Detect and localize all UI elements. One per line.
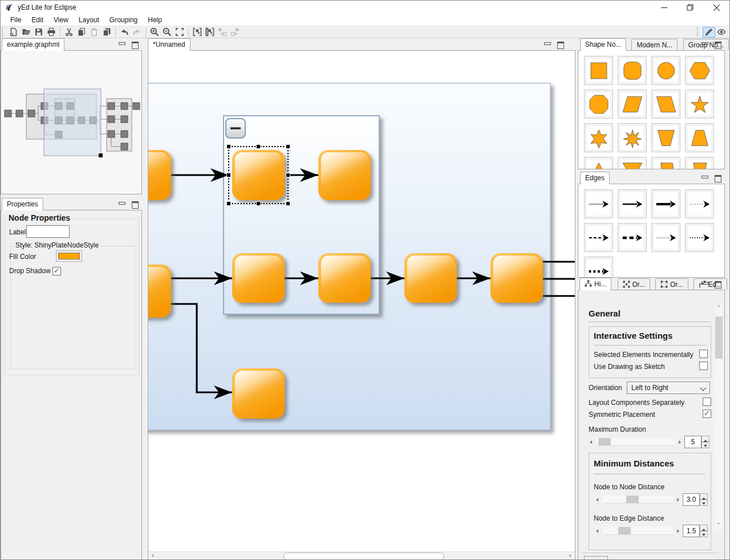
open-button[interactable]	[20, 27, 33, 38]
fit-content-button[interactable]	[173, 27, 186, 38]
redo-button[interactable]	[131, 27, 143, 38]
pencil-mode-button[interactable]	[703, 27, 715, 38]
slider-thumb[interactable]	[598, 438, 611, 445]
spin-up-icon[interactable]	[700, 525, 708, 531]
palette-shape-star-8[interactable]	[618, 123, 647, 152]
palette-shape-round-rectangle[interactable]	[618, 56, 647, 85]
maximize-panel-icon[interactable]	[713, 41, 723, 48]
spin-up-icon[interactable]	[700, 493, 708, 500]
palette-shape-sheared-rectangle-2[interactable]	[685, 157, 714, 169]
spin-up-icon[interactable]	[701, 436, 709, 442]
restore-window-button[interactable]	[677, 1, 703, 14]
paste-button[interactable]	[88, 27, 100, 38]
edge-style-medium-black[interactable]	[618, 189, 647, 218]
maximize-panel-icon[interactable]	[131, 41, 140, 48]
slider-left-icon[interactable]: ‹	[596, 496, 599, 504]
scroll-up-icon[interactable]: ˆ	[715, 305, 723, 313]
maximize-panel-icon[interactable]	[713, 175, 723, 182]
cut-button[interactable]	[63, 27, 75, 38]
palette-shape-trapezoid-2[interactable]	[685, 123, 714, 152]
symmetric-placement-checkbox[interactable]	[703, 409, 711, 418]
edge-style-thick-dashed-black[interactable]	[618, 223, 647, 252]
minimize-panel-icon[interactable]	[700, 41, 709, 48]
duplicate-button[interactable]	[100, 27, 113, 38]
tab-layout-organic[interactable]: Or...	[618, 278, 651, 290]
selected-elements-incrementally-checkbox[interactable]	[699, 350, 708, 358]
edge-style-dotted-gray[interactable]	[685, 189, 714, 218]
spin-down-icon[interactable]	[700, 531, 708, 537]
zoom-out-button[interactable]	[161, 27, 173, 38]
minimap-viewport-handle[interactable]	[99, 153, 103, 157]
node-to-edge-distance-spinner[interactable]	[700, 525, 708, 537]
menu-file[interactable]: File	[5, 14, 26, 26]
tab-unnamed-document[interactable]: *Unnamed	[148, 38, 190, 51]
print-button[interactable]	[45, 27, 58, 38]
selection-handle[interactable]	[286, 173, 290, 177]
graph-node[interactable]	[490, 253, 543, 303]
slider-thumb[interactable]	[626, 496, 639, 503]
panel-vertical-scrollbar[interactable]: ˆ ˇ	[715, 305, 723, 530]
menu-layout[interactable]: Layout	[74, 14, 104, 26]
node-to-node-distance-spinner[interactable]	[700, 493, 708, 506]
scroll-right-icon[interactable]: ›	[566, 552, 574, 560]
scrollbar-thumb[interactable]	[715, 316, 723, 359]
zoom-in-button[interactable]	[148, 27, 161, 38]
tab-example-graphml[interactable]: example.graphml	[2, 38, 64, 51]
selection-handle[interactable]	[286, 202, 290, 206]
edge-style-thick-black[interactable]	[651, 189, 680, 218]
save-button[interactable]	[33, 27, 45, 38]
eye-mode-button[interactable]	[715, 27, 728, 38]
selection-handle[interactable]	[257, 202, 261, 206]
palette-shape-star-6[interactable]	[584, 123, 613, 152]
selection-handle[interactable]	[227, 173, 231, 177]
palette-shape-hexagon[interactable]	[685, 56, 714, 85]
slider-left-icon[interactable]: ‹	[590, 438, 593, 446]
orientation-dropdown[interactable]: Left to Right	[627, 382, 710, 394]
minimize-panel-icon[interactable]	[117, 41, 127, 48]
overview-minimap[interactable]	[1, 50, 142, 194]
tab-layout-hierarchic[interactable]: Hi...	[579, 278, 611, 290]
node-to-edge-distance-value[interactable]: 1.5	[683, 525, 700, 537]
minimize-panel-icon[interactable]	[117, 201, 127, 208]
edge-style-thin-light[interactable]	[651, 223, 680, 252]
slider-right-icon[interactable]: ›	[676, 496, 679, 504]
selection-handle[interactable]	[257, 145, 261, 149]
scroll-left-icon[interactable]: ‹	[149, 552, 157, 560]
palette-shape-ellipse[interactable]	[651, 56, 680, 85]
spin-down-icon[interactable]	[700, 500, 708, 506]
minimize-panel-icon[interactable]	[700, 175, 709, 182]
edge-style-dashed-black[interactable]	[584, 223, 613, 252]
maximum-duration-value[interactable]: 5	[684, 436, 701, 448]
exit-group-button[interactable]	[229, 27, 241, 38]
minimize-panel-icon[interactable]	[700, 281, 709, 288]
ungroup-selection-button[interactable]	[204, 27, 216, 38]
layout-components-separately-checkbox[interactable]	[703, 397, 711, 406]
slider-right-icon[interactable]: ›	[678, 438, 681, 446]
selection-handle[interactable]	[227, 202, 231, 206]
menu-grouping[interactable]: Grouping	[104, 14, 143, 26]
undo-button[interactable]	[118, 27, 131, 38]
minimize-window-button[interactable]	[651, 1, 677, 14]
tab-layout-orthogonal[interactable]: Or...	[655, 278, 688, 290]
edge-style-thin-gray[interactable]	[584, 189, 613, 218]
graph-canvas[interactable]: ‹ ›	[148, 50, 575, 560]
menu-help[interactable]: Help	[143, 14, 167, 26]
apply-button[interactable]: Apply	[584, 556, 608, 560]
palette-shape-parallelogram[interactable]	[618, 90, 647, 119]
edge-style-dotted-black[interactable]	[685, 223, 714, 252]
selection-handle[interactable]	[227, 145, 231, 149]
maximize-panel-icon[interactable]	[713, 281, 723, 288]
scrollbar-thumb[interactable]	[283, 553, 444, 560]
maximum-duration-spinner[interactable]	[701, 436, 709, 448]
minimap-viewport[interactable]	[44, 89, 101, 156]
maximize-panel-icon[interactable]	[556, 41, 565, 48]
new-file-button[interactable]	[7, 27, 20, 38]
close-window-button[interactable]	[703, 1, 729, 14]
slider-left-icon[interactable]: ‹	[596, 527, 599, 535]
graph-node[interactable]	[318, 150, 371, 200]
graph-node[interactable]	[318, 253, 371, 303]
edge-style-thick-dotted-black[interactable]	[584, 257, 613, 278]
selection-handle[interactable]	[286, 145, 290, 149]
copy-button[interactable]	[75, 27, 88, 38]
graph-node[interactable]	[148, 265, 171, 318]
